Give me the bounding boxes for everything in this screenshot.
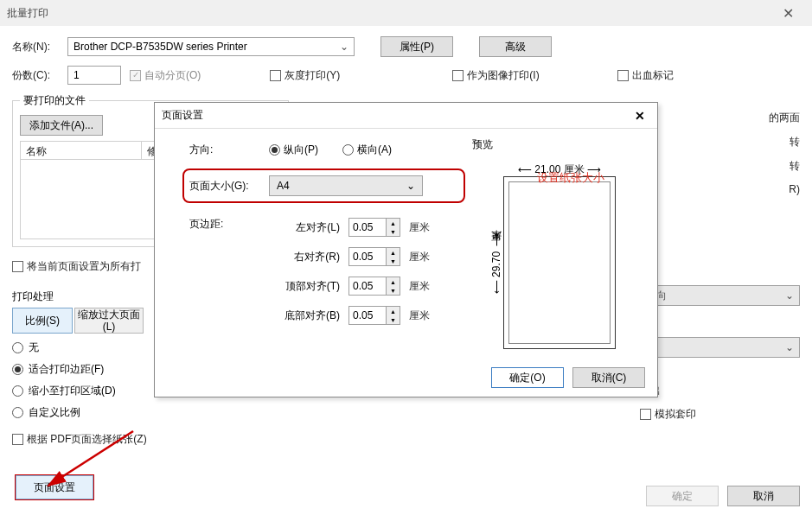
advanced-button[interactable]: 高级 [479,36,552,57]
grayscale-checkbox[interactable]: 灰度打印(Y) [270,68,340,83]
modal-ok-button[interactable]: 确定(O) [491,367,564,388]
col-name[interactable]: 名称 [21,142,142,159]
preview-page-inner [508,181,611,344]
modal-title: 页面设置 [162,108,203,123]
landscape-radio[interactable]: 横向(A) [342,143,392,157]
spin-down-icon[interactable]: ▼ [387,315,400,324]
margin-bottom-input[interactable]: 0.05▲▼ [348,306,400,325]
item-r: R) [640,183,800,200]
portrait-radio[interactable]: 纵向(P) [269,143,318,157]
preview-height-label: ⟵ 29.70 厘米 ⟶ [489,176,504,349]
margin-left-label: 左对齐(L) [271,220,340,235]
bleed-marks-checkbox[interactable]: 出血标记 [617,68,674,83]
orientation-row: 方向: 纵向(P) 横向(A) [189,137,465,162]
margin-top-input[interactable]: 0.05▲▼ [348,277,400,296]
chevron-down-icon: ⌄ [406,180,415,192]
modal-body: 方向: 纵向(P) 横向(A) 页面大小(G): A4 ⌄ 页边距: [155,129,657,375]
tab-scale[interactable]: 比例(S) [12,308,73,334]
page-setup-button[interactable]: 页面设置 [16,475,93,499]
page-setup-dialog: 页面设置 ✕ 方向: 纵向(P) 横向(A) 页面大小(G): A4 ⌄ [154,102,658,397]
modal-buttons: 确定(O) 取消(C) [491,367,645,388]
close-icon[interactable]: ✕ [630,109,650,123]
duplex-hint: 的两面 [640,111,800,128]
spin-up-icon[interactable]: ▲ [387,219,400,227]
modal-title-bar: 页面设置 ✕ [155,103,657,129]
copies-row: 份数(C): 1 ✓ 自动分页(O) 灰度打印(Y) 作为图像打印(I) 出血标… [12,66,800,85]
printer-selected-value: Brother DCP-B7535DW series Printer [74,41,247,53]
form-side: 方向: 纵向(P) 横向(A) 页面大小(G): A4 ⌄ 页边距: [189,137,465,366]
modal-cancel-button[interactable]: 取消(C) [572,367,645,388]
margin-bottom-label: 底部对齐(B) [271,308,340,323]
page-size-label: 页面大小(G): [189,179,259,194]
orientation-select[interactable]: 方向⌄ [640,285,800,306]
margin-left-row: 左对齐(L) 0.05▲▼ 厘米 [271,215,465,239]
margin-bottom-row: 底部对齐(B) 0.05▲▼ 厘米 [271,303,465,327]
choose-paper-by-pdf-checkbox[interactable]: 根据 PDF页面选择纸张(Z) [12,432,147,447]
margin-right-row: 右对齐(R) 0.05▲▼ 厘米 [271,245,465,269]
checkbox-icon [270,70,281,81]
simulate-overprint-checkbox[interactable]: 模拟套印 [640,407,696,422]
close-icon[interactable]: ✕ [770,5,805,22]
unknown-select[interactable]: ⌄ [640,337,800,358]
spin-up-icon[interactable]: ▲ [387,277,400,286]
copies-input[interactable]: 1 [67,66,121,85]
preview-label: 预览 [472,137,645,152]
page-size-highlight: 页面大小(G): A4 ⌄ [182,168,465,203]
checkbox-icon [12,261,23,272]
margin-top-label: 顶部对齐(T) [271,279,340,294]
title-bar: 批量打印 ✕ [0,0,812,26]
orientation-label: 方向: [189,143,259,157]
scale-custom-radio[interactable]: 自定义比例 [12,405,272,420]
right-partial-panel: 的两面 转 转 R) 方向⌄ ⌄ 输出 模拟套印 [640,104,800,423]
batch-print-window: 批量打印 ✕ 名称(N): Brother DCP-B7535DW series… [0,0,812,515]
page-size-value: A4 [277,180,290,192]
files-legend: 要打印的文件 [20,93,89,108]
margin-left-input[interactable]: 0.05▲▼ [348,218,400,237]
margin-right-input[interactable]: 0.05▲▼ [348,247,400,266]
window-title: 批量打印 [7,6,48,21]
main-dialog-buttons: 确定 取消 [646,486,800,506]
checkbox-icon [640,409,651,420]
preview-box: ⟵ 21.00 厘米 ⟶ ⟵ 29.70 厘米 ⟶ [472,159,628,366]
margins-label: 页边距: [189,217,259,232]
print-as-image-checkbox[interactable]: 作为图像打印(I) [452,68,539,83]
flip-item-2: 转 [640,159,800,176]
spin-up-icon[interactable]: ▲ [387,307,400,315]
margin-right-label: 右对齐(R) [271,250,340,264]
checkbox-icon [617,70,629,81]
flip-item-1: 转 [640,135,800,152]
printer-name-label: 名称(N): [12,40,59,54]
spin-up-icon[interactable]: ▲ [387,248,400,257]
page-size-select[interactable]: A4 ⌄ [269,175,423,196]
annotation-text: 设置纸张大小 [537,170,604,186]
tab-shrink-oversized[interactable]: 缩放过大页面(L) [74,308,144,334]
properties-button[interactable]: 属性(P) [380,36,453,57]
spin-down-icon[interactable]: ▼ [387,227,400,236]
checkbox-icon [12,434,23,445]
spin-down-icon[interactable]: ▼ [387,257,400,265]
checkbox-icon: ✓ [130,70,141,81]
margin-top-row: 顶部对齐(T) 0.05▲▼ 厘米 [271,274,465,298]
cancel-button[interactable]: 取消 [727,486,800,506]
copies-label: 份数(C): [12,68,59,83]
ok-button: 确定 [646,486,719,506]
collate-checkbox: ✓ 自动分页(O) [130,68,201,83]
printer-select[interactable]: Brother DCP-B7535DW series Printer ⌄ [67,37,355,56]
spin-down-icon[interactable]: ▼ [387,286,400,295]
checkbox-icon [452,70,464,81]
output-legend: 输出 [640,384,800,398]
chevron-down-icon: ⌄ [340,41,348,53]
add-file-button[interactable]: 添加文件(A)... [20,115,103,136]
printer-row: 名称(N): Brother DCP-B7535DW series Printe… [12,36,800,57]
apply-page-setup-all-checkbox[interactable]: 将当前页面设置为所有打 [12,259,141,274]
